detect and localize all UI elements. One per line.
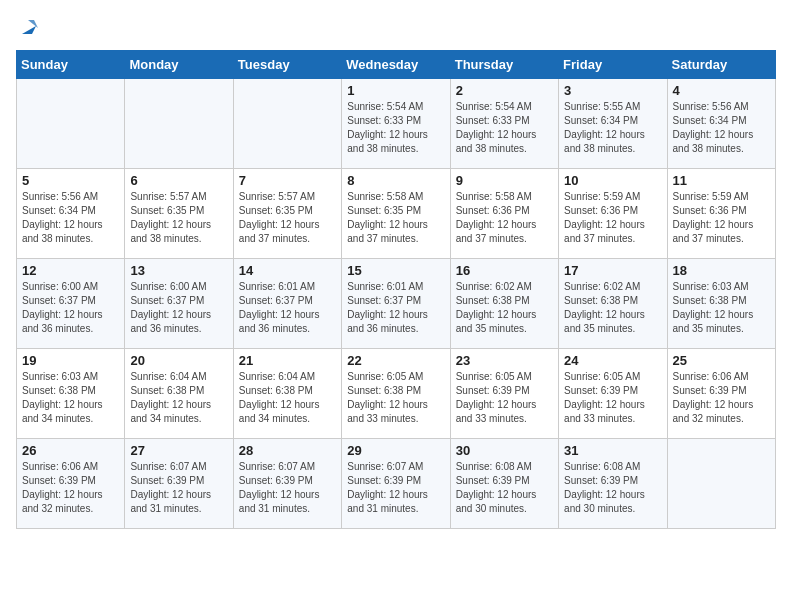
day-number: 12 [22,263,119,278]
week-row-4: 19Sunrise: 6:03 AM Sunset: 6:38 PM Dayli… [17,349,776,439]
day-number: 31 [564,443,661,458]
weekday-header-wednesday: Wednesday [342,51,450,79]
day-info: Sunrise: 5:58 AM Sunset: 6:35 PM Dayligh… [347,190,444,246]
day-info: Sunrise: 5:56 AM Sunset: 6:34 PM Dayligh… [673,100,770,156]
day-cell-29: 29Sunrise: 6:07 AM Sunset: 6:39 PM Dayli… [342,439,450,529]
empty-cell [17,79,125,169]
svg-marker-0 [22,26,36,34]
day-cell-7: 7Sunrise: 5:57 AM Sunset: 6:35 PM Daylig… [233,169,341,259]
day-cell-24: 24Sunrise: 6:05 AM Sunset: 6:39 PM Dayli… [559,349,667,439]
day-number: 7 [239,173,336,188]
week-row-2: 5Sunrise: 5:56 AM Sunset: 6:34 PM Daylig… [17,169,776,259]
day-number: 1 [347,83,444,98]
day-number: 14 [239,263,336,278]
week-row-5: 26Sunrise: 6:06 AM Sunset: 6:39 PM Dayli… [17,439,776,529]
day-number: 16 [456,263,553,278]
weekday-header-saturday: Saturday [667,51,775,79]
day-cell-21: 21Sunrise: 6:04 AM Sunset: 6:38 PM Dayli… [233,349,341,439]
day-info: Sunrise: 6:01 AM Sunset: 6:37 PM Dayligh… [347,280,444,336]
day-info: Sunrise: 6:02 AM Sunset: 6:38 PM Dayligh… [564,280,661,336]
day-cell-20: 20Sunrise: 6:04 AM Sunset: 6:38 PM Dayli… [125,349,233,439]
day-info: Sunrise: 6:07 AM Sunset: 6:39 PM Dayligh… [347,460,444,516]
day-cell-30: 30Sunrise: 6:08 AM Sunset: 6:39 PM Dayli… [450,439,558,529]
day-number: 29 [347,443,444,458]
day-info: Sunrise: 5:56 AM Sunset: 6:34 PM Dayligh… [22,190,119,246]
day-info: Sunrise: 5:54 AM Sunset: 6:33 PM Dayligh… [456,100,553,156]
week-row-1: 1Sunrise: 5:54 AM Sunset: 6:33 PM Daylig… [17,79,776,169]
day-info: Sunrise: 6:08 AM Sunset: 6:39 PM Dayligh… [564,460,661,516]
calendar-table: SundayMondayTuesdayWednesdayThursdayFrid… [16,50,776,529]
day-number: 20 [130,353,227,368]
day-info: Sunrise: 6:03 AM Sunset: 6:38 PM Dayligh… [673,280,770,336]
day-cell-28: 28Sunrise: 6:07 AM Sunset: 6:39 PM Dayli… [233,439,341,529]
day-cell-31: 31Sunrise: 6:08 AM Sunset: 6:39 PM Dayli… [559,439,667,529]
day-cell-11: 11Sunrise: 5:59 AM Sunset: 6:36 PM Dayli… [667,169,775,259]
day-info: Sunrise: 6:05 AM Sunset: 6:38 PM Dayligh… [347,370,444,426]
day-cell-2: 2Sunrise: 5:54 AM Sunset: 6:33 PM Daylig… [450,79,558,169]
day-number: 10 [564,173,661,188]
day-number: 2 [456,83,553,98]
day-info: Sunrise: 5:54 AM Sunset: 6:33 PM Dayligh… [347,100,444,156]
day-info: Sunrise: 5:59 AM Sunset: 6:36 PM Dayligh… [673,190,770,246]
day-info: Sunrise: 6:04 AM Sunset: 6:38 PM Dayligh… [239,370,336,426]
day-info: Sunrise: 6:08 AM Sunset: 6:39 PM Dayligh… [456,460,553,516]
day-cell-26: 26Sunrise: 6:06 AM Sunset: 6:39 PM Dayli… [17,439,125,529]
weekday-header-thursday: Thursday [450,51,558,79]
day-cell-3: 3Sunrise: 5:55 AM Sunset: 6:34 PM Daylig… [559,79,667,169]
empty-cell [233,79,341,169]
empty-cell [667,439,775,529]
calendar-header: SundayMondayTuesdayWednesdayThursdayFrid… [17,51,776,79]
day-info: Sunrise: 6:06 AM Sunset: 6:39 PM Dayligh… [673,370,770,426]
day-info: Sunrise: 6:01 AM Sunset: 6:37 PM Dayligh… [239,280,336,336]
day-cell-23: 23Sunrise: 6:05 AM Sunset: 6:39 PM Dayli… [450,349,558,439]
day-info: Sunrise: 6:06 AM Sunset: 6:39 PM Dayligh… [22,460,119,516]
day-number: 22 [347,353,444,368]
day-info: Sunrise: 6:04 AM Sunset: 6:38 PM Dayligh… [130,370,227,426]
day-cell-27: 27Sunrise: 6:07 AM Sunset: 6:39 PM Dayli… [125,439,233,529]
day-number: 23 [456,353,553,368]
day-info: Sunrise: 6:02 AM Sunset: 6:38 PM Dayligh… [456,280,553,336]
day-number: 5 [22,173,119,188]
day-cell-17: 17Sunrise: 6:02 AM Sunset: 6:38 PM Dayli… [559,259,667,349]
day-number: 27 [130,443,227,458]
day-number: 18 [673,263,770,278]
day-number: 11 [673,173,770,188]
week-row-3: 12Sunrise: 6:00 AM Sunset: 6:37 PM Dayli… [17,259,776,349]
day-info: Sunrise: 5:58 AM Sunset: 6:36 PM Dayligh… [456,190,553,246]
day-cell-14: 14Sunrise: 6:01 AM Sunset: 6:37 PM Dayli… [233,259,341,349]
weekday-header-friday: Friday [559,51,667,79]
day-cell-19: 19Sunrise: 6:03 AM Sunset: 6:38 PM Dayli… [17,349,125,439]
day-number: 19 [22,353,119,368]
svg-marker-1 [28,20,38,28]
day-number: 24 [564,353,661,368]
day-number: 28 [239,443,336,458]
day-info: Sunrise: 5:57 AM Sunset: 6:35 PM Dayligh… [239,190,336,246]
day-cell-13: 13Sunrise: 6:00 AM Sunset: 6:37 PM Dayli… [125,259,233,349]
day-cell-25: 25Sunrise: 6:06 AM Sunset: 6:39 PM Dayli… [667,349,775,439]
day-cell-16: 16Sunrise: 6:02 AM Sunset: 6:38 PM Dayli… [450,259,558,349]
logo [16,16,40,38]
day-info: Sunrise: 6:00 AM Sunset: 6:37 PM Dayligh… [130,280,227,336]
day-info: Sunrise: 6:07 AM Sunset: 6:39 PM Dayligh… [130,460,227,516]
day-info: Sunrise: 6:05 AM Sunset: 6:39 PM Dayligh… [564,370,661,426]
logo-icon [18,16,40,38]
day-number: 9 [456,173,553,188]
day-cell-15: 15Sunrise: 6:01 AM Sunset: 6:37 PM Dayli… [342,259,450,349]
day-info: Sunrise: 6:07 AM Sunset: 6:39 PM Dayligh… [239,460,336,516]
day-number: 17 [564,263,661,278]
day-cell-6: 6Sunrise: 5:57 AM Sunset: 6:35 PM Daylig… [125,169,233,259]
day-info: Sunrise: 5:55 AM Sunset: 6:34 PM Dayligh… [564,100,661,156]
day-info: Sunrise: 6:05 AM Sunset: 6:39 PM Dayligh… [456,370,553,426]
day-cell-5: 5Sunrise: 5:56 AM Sunset: 6:34 PM Daylig… [17,169,125,259]
day-number: 26 [22,443,119,458]
day-cell-18: 18Sunrise: 6:03 AM Sunset: 6:38 PM Dayli… [667,259,775,349]
day-number: 21 [239,353,336,368]
weekday-header-tuesday: Tuesday [233,51,341,79]
weekday-header-monday: Monday [125,51,233,79]
day-cell-4: 4Sunrise: 5:56 AM Sunset: 6:34 PM Daylig… [667,79,775,169]
calendar-body: 1Sunrise: 5:54 AM Sunset: 6:33 PM Daylig… [17,79,776,529]
day-number: 8 [347,173,444,188]
day-cell-1: 1Sunrise: 5:54 AM Sunset: 6:33 PM Daylig… [342,79,450,169]
day-number: 4 [673,83,770,98]
day-number: 15 [347,263,444,278]
